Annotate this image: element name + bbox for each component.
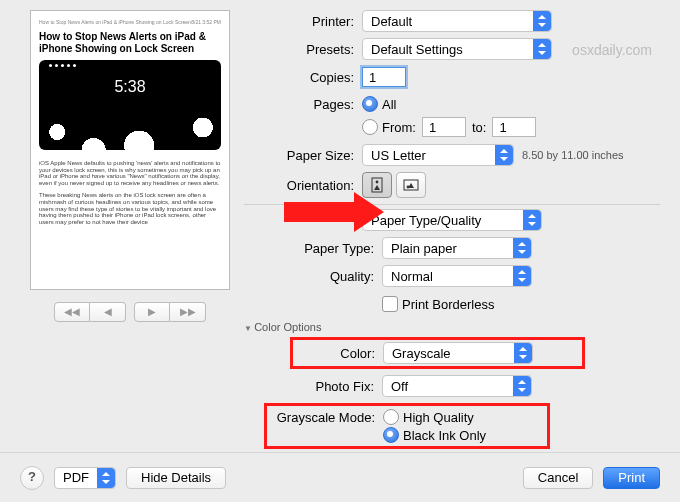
section-select[interactable]: Paper Type/Quality <box>362 209 542 231</box>
quality-label: Quality: <box>244 269 382 284</box>
paper-type-label: Paper Type: <box>244 241 382 256</box>
pages-all-radio[interactable] <box>362 96 378 112</box>
help-button[interactable]: ? <box>20 466 44 490</box>
pages-from-radio[interactable] <box>362 119 378 135</box>
paper-size-label: Paper Size: <box>244 148 362 163</box>
preview-pane: How to Stop News Alerts on iPad & iPhone… <box>20 10 240 430</box>
pages-label: Pages: <box>244 94 362 112</box>
pager-prev-button[interactable]: ◀ <box>90 302 126 322</box>
to-input[interactable] <box>492 117 536 137</box>
borderless-label: Print Borderless <box>402 297 494 312</box>
orientation-portrait-button[interactable] <box>362 172 392 198</box>
paper-dimensions: 8.50 by 11.00 inches <box>522 149 624 161</box>
grayscale-mode-label: Grayscale Mode: <box>267 408 383 425</box>
grayscale-black-ink-label: Black Ink Only <box>403 428 486 443</box>
photo-fix-select[interactable]: Off <box>382 375 532 397</box>
pdf-menu[interactable]: PDF <box>54 467 116 489</box>
grayscale-high-quality-radio[interactable] <box>383 409 399 425</box>
from-input[interactable] <box>422 117 466 137</box>
printer-label: Printer: <box>244 14 362 29</box>
quality-select[interactable]: Normal <box>382 265 532 287</box>
pager-last-button[interactable]: ▶▶ <box>170 302 206 322</box>
color-options-disclosure[interactable]: Color Options <box>244 321 660 333</box>
portrait-icon <box>370 177 384 193</box>
orientation-landscape-button[interactable] <box>396 172 426 198</box>
orientation-label: Orientation: <box>244 178 362 193</box>
svg-point-1 <box>376 181 379 184</box>
pages-from-label: From: <box>382 120 416 135</box>
cancel-button[interactable]: Cancel <box>523 467 593 489</box>
paper-size-select[interactable]: US Letter <box>362 144 514 166</box>
borderless-checkbox[interactable] <box>382 296 398 312</box>
pager-next-button[interactable]: ▶ <box>134 302 170 322</box>
copies-label: Copies: <box>244 70 362 85</box>
page-preview: How to Stop News Alerts on iPad & iPhone… <box>30 10 230 290</box>
copies-input[interactable] <box>362 67 406 87</box>
presets-label: Presets: <box>244 42 362 57</box>
photo-fix-label: Photo Fix: <box>244 379 382 394</box>
paper-type-select[interactable]: Plain paper <box>382 237 532 259</box>
print-button[interactable]: Print <box>603 467 660 489</box>
pager-first-button[interactable]: ◀◀ <box>54 302 90 322</box>
color-label: Color: <box>293 346 383 361</box>
preview-image <box>39 60 221 150</box>
presets-select[interactable]: Default Settings <box>362 38 552 60</box>
preview-title: How to Stop News Alerts on iPad & iPhone… <box>39 31 221 54</box>
grayscale-high-quality-label: High Quality <box>403 410 474 425</box>
dialog-footer: ? PDF Hide Details Cancel Print <box>0 452 680 502</box>
printer-select[interactable]: Default <box>362 10 552 32</box>
print-options-form: Printer: Default Presets: Default Settin… <box>240 10 660 430</box>
grayscale-black-ink-radio[interactable] <box>383 427 399 443</box>
hide-details-button[interactable]: Hide Details <box>126 467 226 489</box>
pages-to-label: to: <box>472 120 486 135</box>
landscape-icon <box>403 178 419 192</box>
preview-pager: ◀◀ ◀ ▶ ▶▶ <box>20 302 240 322</box>
print-dialog: How to Stop News Alerts on iPad & iPhone… <box>0 0 680 502</box>
pages-all-label: All <box>382 97 396 112</box>
color-select[interactable]: Grayscale <box>383 342 533 364</box>
